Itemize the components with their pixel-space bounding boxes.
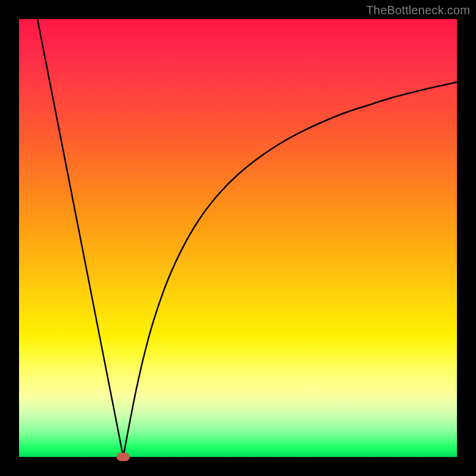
attribution-text: TheBottleneck.com <box>366 4 470 17</box>
curve-right <box>123 82 457 457</box>
curve-layer <box>19 19 457 457</box>
min-marker <box>117 453 130 461</box>
chart-frame: TheBottleneck.com <box>0 0 476 476</box>
curve-left <box>37 19 123 457</box>
